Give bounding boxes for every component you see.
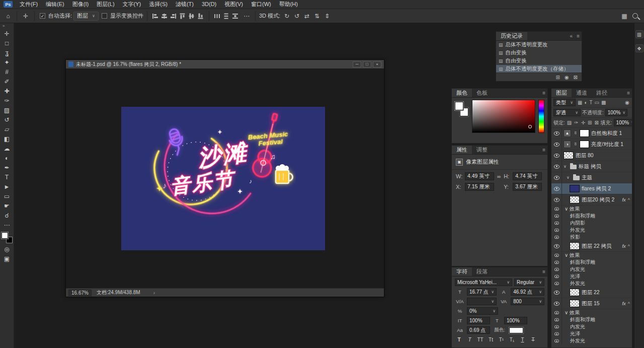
3d-roll-icon[interactable]: ↺ — [292, 11, 302, 21]
visibility-toggle[interactable] — [551, 172, 562, 183]
menu-filter[interactable]: 滤镜(T) — [172, 0, 198, 9]
foreground-background-colors[interactable] — [2, 232, 13, 243]
current-tool-icon[interactable]: ✛ — [21, 11, 31, 21]
swash-button[interactable]: A — [488, 345, 497, 348]
zoom-level-field[interactable]: 16.67% — [68, 290, 92, 296]
visibility-toggle[interactable] — [551, 241, 562, 251]
filter-adjustment-layers-icon[interactable]: ◐ — [584, 100, 588, 105]
height-field[interactable]: 4.74 英寸 — [513, 172, 542, 180]
foreground-color-swatch[interactable] — [2, 232, 8, 239]
eraser-tool[interactable]: ▱ — [1, 124, 14, 134]
layer-filter-dropdown[interactable]: 类型∨ — [553, 99, 576, 106]
stylistic-alternates-button[interactable]: aa — [499, 345, 508, 348]
opacity-dropdown[interactable]: 100%∨ — [605, 109, 627, 116]
visibility-toggle[interactable] — [551, 309, 562, 316]
filter-toggle-icon[interactable]: ◉ — [624, 100, 630, 105]
lock-image-pixels-icon[interactable]: ✑ — [574, 120, 579, 125]
ligatures-button[interactable]: fi — [455, 345, 464, 348]
proportional-spacing-dropdown[interactable]: 0%∨ — [467, 307, 498, 315]
collapse-effects-icon[interactable]: ^ — [628, 301, 630, 306]
effect-row-layer-20-copy-2-0[interactable]: 斜面和浮雕 — [551, 213, 632, 220]
fx-badge[interactable]: fx^ — [622, 243, 632, 249]
filter-smart-objects-icon[interactable]: ▩ — [601, 100, 606, 105]
3d-orbit-icon[interactable]: ↻ — [282, 11, 292, 21]
visibility-toggle[interactable] — [551, 266, 562, 273]
vertical-scale-field[interactable]: 100% — [467, 317, 490, 324]
expander-icon[interactable]: ∨ — [564, 164, 568, 169]
auto-select-dropdown[interactable]: 图层∨ — [73, 12, 99, 21]
tab-color_panel-0[interactable]: 颜色 — [452, 89, 472, 97]
brush-tool[interactable]: ✑ — [1, 96, 14, 105]
leading-dropdown[interactable]: 46.92 点∨ — [511, 288, 544, 296]
blur-tool[interactable]: ☁ — [1, 144, 14, 153]
layer-thumbnail[interactable] — [570, 196, 580, 203]
text-color-swatch[interactable] — [509, 327, 523, 333]
expander-icon[interactable]: ∨ — [567, 175, 571, 180]
standard-ligatures-button[interactable]: st — [477, 345, 486, 348]
document-titlebar[interactable]: 未标题-1.psd @ 16.7% (flares 拷贝 2, RGB/8) *… — [66, 60, 384, 68]
marquee-tool[interactable]: □ — [1, 38, 14, 48]
tab-layers_panel-0[interactable]: 图层 — [551, 89, 572, 97]
effects-header-row[interactable]: ∨ 效果 — [551, 309, 632, 316]
lasso-tool[interactable]: ʓ — [1, 48, 14, 57]
subscript-button[interactable]: T₁ — [508, 336, 516, 343]
toolbar-collapse-icon[interactable]: » — [0, 23, 5, 29]
visibility-toggle[interactable] — [551, 337, 562, 344]
visibility-toggle[interactable] — [551, 150, 562, 161]
superscript-button[interactable]: T¹ — [497, 336, 506, 343]
y-field[interactable]: 3.67 厘米 — [513, 183, 542, 191]
collapse-panel-icon[interactable]: « — [568, 32, 575, 40]
crop-tool[interactable]: # — [1, 67, 14, 77]
history-brush-tool[interactable]: ↺ — [1, 115, 14, 124]
effect-row-layer-20-copy-2-3[interactable]: 投影 — [551, 234, 632, 241]
link-dimensions-icon[interactable]: ∞ — [496, 174, 502, 179]
history-state-0[interactable]: ▤总体不透明度更改 — [496, 41, 582, 49]
small-caps-button[interactable]: Tt — [487, 336, 495, 343]
menu-file[interactable]: 文件(F) — [16, 0, 42, 9]
zoom-tool[interactable]: ☌ — [1, 211, 14, 220]
effect-row-layer-22-copy-2[interactable]: 光泽 — [551, 273, 632, 280]
history-state-2[interactable]: ▤自由变换 — [496, 57, 582, 65]
visibility-toggle[interactable] — [551, 316, 562, 323]
effects-header-row[interactable]: ∨ 效果 — [551, 205, 632, 213]
visibility-toggle[interactable] — [551, 128, 562, 138]
baseline-shift-field[interactable]: 0.69 点 — [467, 326, 490, 334]
close-icon[interactable]: × — [373, 61, 381, 67]
healing-brush-tool[interactable]: ✚ — [1, 86, 14, 96]
visibility-toggle[interactable] — [551, 287, 562, 298]
visibility-toggle[interactable] — [551, 298, 562, 309]
eyedropper-tool[interactable]: ✐ — [1, 77, 14, 86]
panel-menu-icon[interactable]: ≡ — [625, 89, 632, 97]
collapse-effects-icon[interactable]: ^ — [628, 197, 630, 202]
type-tool[interactable]: T — [1, 172, 14, 182]
visibility-toggle[interactable] — [551, 323, 562, 330]
layer-row-vibrance-1[interactable]: ▲∞自然饱和度 1 — [551, 128, 632, 139]
tab-properties_panel-1[interactable]: 调整 — [472, 146, 492, 154]
visibility-toggle[interactable] — [551, 227, 562, 234]
fill-dropdown[interactable]: 100%∨ — [614, 119, 632, 126]
more-options-icon[interactable]: ⋯ — [242, 11, 252, 21]
tab-layers_panel-2[interactable]: 路径 — [592, 89, 612, 97]
panel-menu-icon[interactable]: ≡ — [540, 267, 547, 276]
layer-thumbnail[interactable] — [570, 300, 580, 307]
show-transform-checkbox[interactable] — [102, 13, 107, 19]
lock-artboard-icon[interactable]: ⊞ — [587, 120, 592, 125]
minimize-icon[interactable]: ─ — [353, 61, 361, 67]
tab-history_panel-0[interactable]: 历史记录 — [496, 32, 527, 40]
align-middle-vertical-icon[interactable] — [187, 11, 196, 21]
menu-help[interactable]: 帮助(H) — [275, 0, 302, 9]
layer-row-brightness-contrast-1[interactable]: ◑∞亮度/对比度 1 — [551, 139, 632, 150]
menu-view[interactable]: 视图(V) — [220, 0, 247, 9]
document-window[interactable]: 未标题-1.psd @ 16.7% (flares 拷贝 2, RGB/8) *… — [65, 59, 384, 297]
visibility-toggle[interactable] — [551, 252, 562, 259]
clone-stamp-tool[interactable]: ▨ — [1, 105, 14, 115]
visibility-toggle[interactable] — [551, 259, 562, 266]
visibility-toggle[interactable] — [551, 213, 562, 220]
saturation-brightness-field[interactable] — [472, 100, 535, 133]
filter-pixel-layers-icon[interactable]: ▦ — [577, 100, 583, 105]
effect-row-layer-15-1[interactable]: 内发光 — [551, 323, 632, 330]
3d-scale-icon[interactable]: ⇕ — [322, 11, 332, 21]
3d-pan-icon[interactable]: ⇄ — [302, 11, 312, 21]
auto-select-checkbox[interactable]: ✓ — [40, 13, 45, 19]
pen-tool[interactable]: ✒ — [1, 163, 14, 172]
